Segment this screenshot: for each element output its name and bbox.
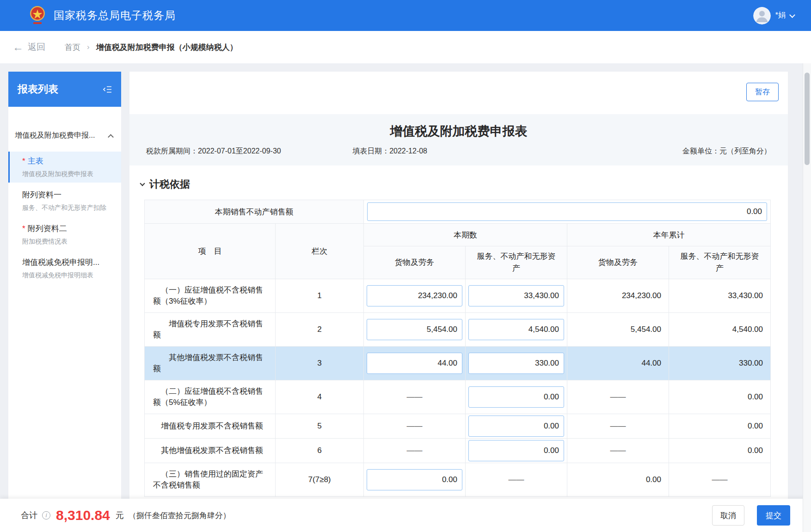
amount-cell: 4,540.00 [466, 313, 567, 347]
total-unit: 元 [116, 510, 124, 521]
sidebar-item[interactable]: 附列资料一服务、不动产和无形资产扣除 [8, 185, 121, 216]
sidebar-item-label: 增值税减免税申报明... [22, 258, 99, 267]
row-line-number: 6 [276, 439, 364, 463]
breadcrumb-home[interactable]: 首页 [65, 42, 80, 53]
amount-input[interactable]: 234,230.00 [367, 285, 462, 306]
sidebar-item[interactable]: *附列资料二附加税费情况表 [8, 219, 121, 250]
row-line-number: 1 [276, 279, 364, 313]
readonly-amount: 234,230.00 [567, 279, 669, 313]
column-header-services: 服务、不动产和无形资产 [669, 246, 771, 279]
sidebar-item-title: *主表 [22, 156, 117, 166]
table-row: （二）应征增值税不含税销售额（5%征收率）4——0.00——0.00 [145, 380, 771, 414]
collapse-sidebar-icon[interactable] [103, 86, 112, 93]
sidebar-item-subtitle: 附加税费情况表 [22, 237, 117, 245]
fill-date: 填表日期：2022-12-08 [352, 147, 682, 156]
sidebar-item-label: 主表 [28, 157, 43, 165]
sidebar-group-toggle[interactable]: 增值税及附加税费申报... [8, 131, 121, 141]
amount-input[interactable]: 0.00 [468, 416, 564, 437]
section-title: 计税依据 [149, 177, 190, 191]
row-line-number: 4 [276, 380, 364, 414]
national-emblem-logo [28, 5, 47, 27]
estate-sales-row: 本期销售不动产销售额 0.00 [145, 200, 771, 224]
amount-cell: 33,430.00 [466, 279, 567, 313]
readonly-amount: 5,454.00 [567, 313, 669, 347]
back-label: 返回 [28, 41, 45, 53]
amount-input[interactable]: 33,430.00 [468, 285, 564, 306]
form-meta-row: 税款所属期间：2022-07-01至2022-09-30 填表日期：2022-1… [146, 147, 771, 156]
readonly-amount: 0.00 [567, 463, 669, 497]
readonly-amount: 33,430.00 [669, 279, 771, 313]
save-draft-button[interactable]: 暂存 [746, 83, 779, 101]
estate-row-label: 本期销售不动产销售额 [145, 200, 364, 224]
sidebar-header: 报表列表 [8, 72, 121, 107]
user-name: *娟 [775, 11, 786, 20]
scrollbar-thumb[interactable] [805, 73, 810, 165]
amount-input[interactable]: 0.00 [468, 440, 564, 461]
sidebar-item-label: 附列资料一 [22, 190, 61, 199]
empty-dash: —— [567, 414, 669, 439]
readonly-amount: 0.00 [669, 439, 771, 463]
row-label: 其他增值税发票不含税销售额 [145, 439, 276, 463]
amount-input[interactable]: 330.00 [468, 353, 564, 374]
sidebar-item[interactable]: 增值税减免税申报明...增值税减免税申报明细表 [8, 253, 121, 284]
form-header: 增值税及附加税费申报表 税款所属期间：2022-07-01至2022-09-30… [129, 114, 788, 165]
sidebar-group-label: 增值税及附加税费申报... [15, 131, 95, 141]
amount-cell: 330.00 [466, 347, 567, 380]
estate-sales-input[interactable]: 0.00 [367, 202, 767, 221]
row-line-number: 2 [276, 313, 364, 347]
row-label: （三）销售使用过的固定资产不含税销售额 [145, 463, 276, 497]
amount-input[interactable]: 4,540.00 [468, 319, 564, 340]
amount-input[interactable]: 5,454.00 [367, 319, 462, 340]
back-button[interactable]: ← 返回 [12, 41, 45, 53]
sidebar-item-subtitle: 服务、不动产和无形资产扣除 [22, 203, 117, 212]
top-header-bar: 国家税务总局电子税务局 *娟 [0, 0, 811, 31]
info-icon[interactable]: i [42, 511, 50, 520]
amount-cell: 0.00 [466, 439, 567, 463]
sidebar-item[interactable]: *主表增值税及附加税费申报表 [8, 152, 121, 183]
empty-dash: —— [567, 380, 669, 414]
column-header-services: 服务、不动产和无形资产 [466, 246, 567, 279]
footer-actions: 取消 提交 [712, 505, 790, 526]
row-line-number: 5 [276, 414, 364, 439]
user-avatar-icon [753, 7, 771, 24]
fill-date-value: 2022-12-08 [389, 147, 427, 155]
amount-unit: 金额单位：元（列至角分） [682, 147, 771, 156]
row-label: （一）应征增值税不含税销售额（3%征收率） [145, 279, 276, 313]
section-toggle[interactable]: 计税依据 [141, 177, 190, 191]
tax-period-label: 税款所属期间： [146, 147, 198, 155]
required-asterisk: * [22, 224, 25, 233]
chevron-up-icon [108, 134, 114, 140]
readonly-amount: 0.00 [669, 380, 771, 414]
breadcrumb-current: 增值税及附加税费申报（小规模纳税人） [96, 42, 238, 53]
column-header-item: 项 目 [145, 224, 276, 279]
brand: 国家税务总局电子税务局 [28, 5, 176, 27]
column-header-line: 栏次 [276, 224, 364, 279]
empty-dash: —— [364, 439, 466, 463]
sidebar-item-title: 增值税减免税申报明... [22, 257, 117, 268]
column-header-goods: 货物及劳务 [364, 246, 466, 279]
amount-cell: 0.00 [466, 414, 567, 439]
table-row: 其他增值税发票不含税销售额6——0.00——0.00 [145, 439, 771, 463]
form-title: 增值税及附加税费申报表 [146, 122, 771, 140]
tax-period: 税款所属期间：2022-07-01至2022-09-30 [146, 147, 352, 156]
user-menu[interactable]: *娟 [753, 7, 794, 24]
amount-input[interactable]: 44.00 [367, 353, 462, 374]
row-line-number: 3 [276, 347, 364, 380]
total-amount: 8,310.84 [56, 508, 110, 523]
submit-button[interactable]: 提交 [757, 505, 790, 526]
readonly-amount: 0.00 [669, 414, 771, 439]
estate-input-cell: 0.00 [364, 200, 771, 224]
row-line-number: 7(7≥8) [276, 463, 364, 497]
amount-input[interactable]: 0.00 [367, 469, 462, 490]
column-group-ytd: 本年累计 [567, 224, 771, 246]
vertical-scrollbar[interactable] [803, 63, 811, 532]
tax-period-value: 2022-07-01至2022-09-30 [198, 147, 281, 155]
sidebar-item-title: 附列资料一 [22, 190, 117, 200]
amount-cell: 5,454.00 [364, 313, 466, 347]
sidebar-item-label: 附列资料二 [28, 224, 67, 233]
table-row: （三）销售使用过的固定资产不含税销售额7(7≥8)0.00——0.00—— [145, 463, 771, 497]
report-list-sidebar: 报表列表 增值税及附加税费申报... *主表增值税及附加税费申报表附列资料一服务… [8, 72, 121, 499]
table-row: 增值税专用发票不含税销售额5——0.00——0.00 [145, 414, 771, 439]
amount-input[interactable]: 0.00 [468, 386, 564, 408]
cancel-button[interactable]: 取消 [712, 505, 744, 526]
